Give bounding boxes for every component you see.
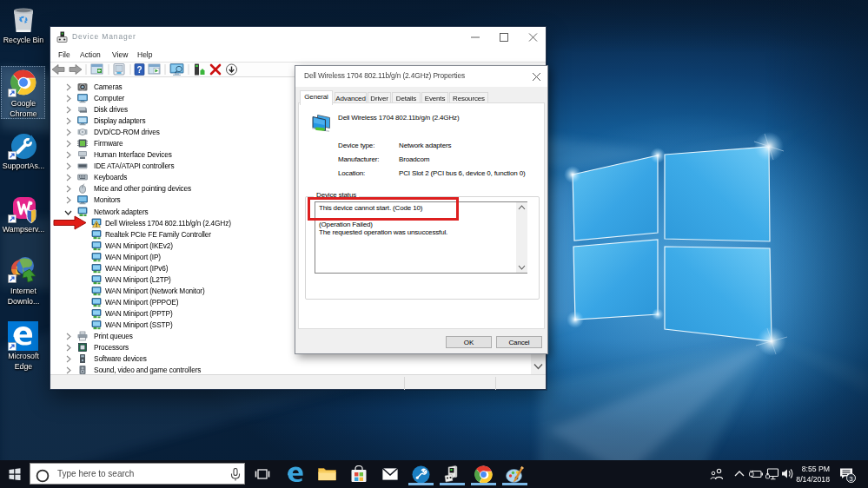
svg-text:3: 3	[849, 475, 853, 483]
svg-text:?: ?	[136, 65, 142, 75]
